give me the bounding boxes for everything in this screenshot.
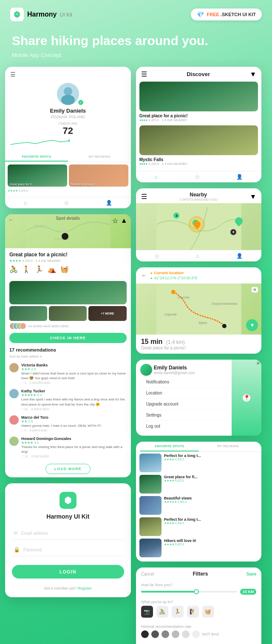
review-text-2: Love this spot! I was there with my fian… (21, 397, 127, 406)
rate-circle-6[interactable] (192, 630, 200, 638)
more-been-here: +42 MORE HAVE BEEN HERE (27, 325, 69, 328)
menu-location[interactable]: Location (140, 388, 228, 399)
spot-photo-3[interactable]: +7 MORE (88, 306, 126, 321)
reviewer-avatar-3 (9, 415, 19, 425)
profile-menu-map: ⊞ 📍 (232, 360, 261, 436)
review-item-3: Marco del Toro ★★ 2.5 Haters gonna hate.… (5, 413, 131, 434)
activity-bike-icon[interactable]: 🚴 (156, 606, 168, 618)
activity-run-icon[interactable]: 🏃 (172, 606, 184, 618)
nearby-compass-icon[interactable]: ◎ (155, 253, 159, 259)
nav-time: 15 min (141, 338, 163, 345)
nearby-spots-icon[interactable]: ⌂ (196, 253, 199, 259)
activity-label: What you're up to? (141, 600, 257, 604)
slider-thumb[interactable] (194, 589, 199, 594)
place-card-1[interactable]: Great place for a picnic! ●●●● 4.2/5.0 ·… (136, 82, 262, 125)
filters-save-button[interactable]: Save (246, 572, 256, 576)
place-card-2[interactable]: Mystic Falls ●●●● 4.2/5.0 · 1.3 KM NEARB… (136, 125, 262, 169)
recommendations-header: 17 recommendations (5, 345, 131, 354)
disc-search-icon[interactable]: ◎ (195, 174, 199, 180)
filters-cancel-button[interactable]: Cancel (141, 572, 154, 576)
spot-info: Great place for a picnic! ★★★★ 4.2/5.0 ·… (5, 248, 131, 279)
discover-hamburger[interactable]: ☰ (141, 70, 147, 78)
svg-text:Otrzyca: Otrzyca (34, 224, 46, 228)
spot-thumb-waterfall (139, 539, 162, 557)
been-here-row: +42 MORE HAVE BEEN HERE (9, 323, 127, 329)
hero-section: Share hiking places around you. Mobile A… (0, 29, 272, 67)
rate-circle-3[interactable] (162, 630, 169, 638)
spot-map-bg: Otrzyca Łopuszki (5, 214, 131, 248)
hamburger-icon[interactable]: ☰ (10, 71, 16, 78)
sketch-badge[interactable]: 💎 FREE .SKETCH UI KIT (191, 9, 262, 20)
menu-notifications[interactable]: Notifications (140, 377, 228, 388)
svg-rect-10 (156, 284, 241, 335)
tab-favorite-spots[interactable]: FAVORITE SPOTS (5, 153, 68, 162)
activity-picnic-icon[interactable]: 🧺 (202, 606, 214, 618)
discover-filter-icon[interactable]: ▼ (250, 71, 257, 78)
nearby-filter-icon[interactable]: ▼ (249, 193, 256, 201)
sort-row[interactable]: Sort by Date added ∨ (5, 354, 131, 361)
spot-thumb-1[interactable]: Great place for fi... (8, 165, 67, 187)
menu-settings[interactable]: Settings (140, 410, 228, 421)
spots-tab-favorite[interactable]: FAVORITE SPOTS (140, 442, 199, 451)
nearby-hamburger[interactable]: ☰ (141, 193, 147, 201)
spot-list-item-3[interactable]: Beautiful views ★★★★★ 4.9/5.0 (139, 496, 258, 515)
nav-back-button[interactable]: ← (141, 272, 147, 279)
spot-photo-2[interactable] (49, 306, 87, 321)
spot-list-stars-3: ★★★★★ 4.9/5.0 (164, 500, 258, 504)
spot-thumb-2[interactable]: Perfect for a long t... (69, 165, 128, 187)
register-link[interactable]: Register (78, 586, 92, 590)
activity-photo-icon[interactable]: 📷 (141, 606, 153, 618)
distance-slider[interactable]: 15 KM (141, 589, 257, 595)
nearby-user-icon[interactable]: 👤 (236, 253, 243, 259)
spot-list-item-1[interactable]: Perfect for a long t... ★★★★ 4.2/5.0 (139, 454, 258, 472)
nav-home-icon[interactable]: ⌂ (24, 200, 27, 206)
email-field[interactable]: ✉ Email address (12, 527, 124, 540)
map-zoom-btn[interactable]: ⊞ (252, 287, 258, 292)
discover-header: ☰ Discover ▼ (136, 67, 262, 82)
disc-user-icon[interactable]: 👤 (236, 174, 243, 180)
review-meta-3: ♡ 06 DAYS AGO (21, 429, 101, 432)
rate-circle-4[interactable] (172, 630, 179, 638)
spot-rating-row: ★★★★ 4.2/5.0 · 1.3 KM NEARBY (9, 259, 127, 263)
spot-list-item-2[interactable]: Great place for fi... ★★★★ 4.2/5.0 (139, 475, 258, 494)
review-item-1: Victoria Banks ★★★ 2.5 Wow! I didn't kno… (5, 361, 131, 387)
rate-circles-row: NOT BAD (141, 630, 257, 638)
filters-screen: Cancel Filters Save How far from you? 15… (136, 567, 262, 644)
mini-chart (10, 138, 70, 147)
spot-photos-row: +7 MORE (9, 306, 127, 321)
spot-thumb-mountain (139, 517, 162, 536)
discover-screen: ☰ Discover ▼ Great place for a picnic! ●… (136, 67, 262, 182)
spot-list-item-5[interactable]: Hikers will love it! ★★★★ 3.6/5.0 (139, 539, 258, 557)
spots-tab-reviews[interactable]: MY REVIEWS (199, 442, 258, 451)
spot-thumb-forest (139, 475, 162, 494)
spot-list-item-4[interactable]: Perfect for a long t... ★★★★ 4.2/5.0 (139, 517, 258, 536)
login-button[interactable]: LOGIN (12, 565, 124, 579)
menu-logout[interactable]: Log out (140, 421, 228, 431)
review-meta-2: ♡ 816 DAYS AGO (21, 408, 127, 411)
rate-circle-2[interactable] (151, 630, 159, 638)
review-meta-1: ♡ 22 HOURS AGO (21, 381, 127, 385)
place-stars-2: ●●●● (139, 162, 147, 166)
password-field[interactable]: 🔒 Password (12, 543, 124, 556)
slider-fill (141, 591, 199, 593)
menu-map-icon: ⊞ (257, 361, 260, 365)
place-dist-1: 1.3 KM NEARBY (162, 118, 187, 122)
nav-user-icon[interactable]: 👤 (106, 200, 112, 206)
tab-my-reviews[interactable]: MY REVIEWS (68, 153, 131, 162)
menu-upgrade[interactable]: Upgrade account (140, 399, 228, 410)
spot-photo-1[interactable] (9, 306, 47, 321)
check-in-button[interactable]: CHECK IN HERE (9, 333, 127, 343)
not-bad-label: NOT BAD (202, 632, 219, 636)
spot-list-stars-2: ★★★★ 4.2/5.0 (164, 479, 258, 482)
nearby-nav-bar: ◎ ⌂ 👤 (136, 250, 262, 261)
hike-icon: 🏃 (35, 265, 43, 273)
spot-list-title-1: Perfect for a long t... (164, 454, 258, 458)
load-more-button[interactable]: LOAD MORE (45, 464, 91, 474)
rate-circle-5[interactable] (182, 630, 190, 638)
spots-panel-tabs: FAVORITE SPOTS MY REVIEWS (136, 442, 262, 452)
svg-text:Chorzów: Chorzów (178, 296, 190, 299)
activity-hike-icon[interactable]: 🧗 (187, 606, 199, 618)
disc-home-icon[interactable]: ⌂ (155, 174, 158, 180)
rate-circle-1[interactable] (141, 630, 149, 638)
nav-search-icon[interactable]: ◎ (64, 200, 68, 206)
